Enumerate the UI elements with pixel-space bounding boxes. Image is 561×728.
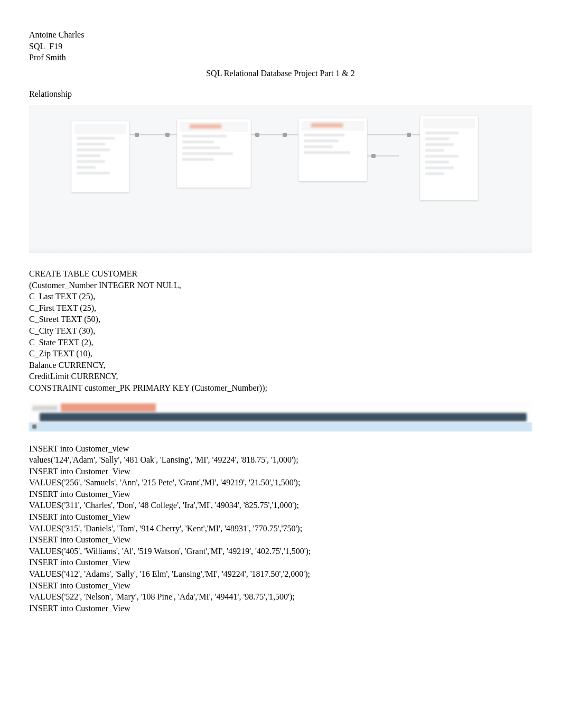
sql-line: VALUES('405', 'Williams', 'Al', '519 Wat…	[29, 546, 532, 557]
professor-name: Prof Smith	[29, 52, 532, 63]
sql-line: C_Last TEXT (25),	[29, 291, 532, 302]
entity-card	[71, 121, 129, 192]
sql-line: INSERT into Customer_View	[29, 580, 532, 592]
sql-create-block: CREATE TABLE CUSTOMER (Customer_Number I…	[29, 268, 532, 394]
entity-card	[298, 118, 367, 181]
sql-line: INSERT into Customer_View	[29, 534, 532, 546]
sql-line: VALUES('311', 'Charles', 'Don', '48 Coll…	[29, 500, 532, 511]
sql-line: INSERT into Customer_view	[29, 443, 532, 455]
document-title: SQL Relational Database Project Part 1 &…	[29, 68, 532, 79]
sql-line: CONSTRAINT customer_PK PRIMARY KEY (Cust…	[29, 382, 532, 394]
sql-line: INSERT into Customer_View	[29, 557, 532, 568]
author-name: Antoine Charles	[29, 29, 532, 41]
sql-line: INSERT into Customer_View	[29, 489, 532, 500]
sql-line: C_Zip TEXT (10),	[29, 348, 532, 360]
entity-card	[420, 116, 478, 200]
sql-line: VALUES('412', 'Adams', 'Sally', '16 Elm'…	[29, 568, 532, 580]
customer-table-preview	[29, 402, 532, 431]
sql-line: C_State TEXT (2),	[29, 337, 532, 348]
section-heading-relationship: Relationship	[29, 88, 532, 100]
sql-line: C_City TEXT (30),	[29, 325, 532, 337]
sql-line: VALUES('256', 'Samuels', 'Ann', '215 Pet…	[29, 477, 532, 489]
sql-line: INSERT into Customer_View	[29, 603, 532, 614]
document-header: Antoine Charles SQL_F19 Prof Smith	[29, 29, 532, 63]
sql-line: VALUES('315', 'Daniels', 'Tom', '914 Che…	[29, 523, 532, 535]
sql-line: C_First TEXT (25),	[29, 302, 532, 314]
sql-line: CreditLimit CURRENCY,	[29, 371, 532, 382]
sql-line: (Customer_Number INTEGER NOT NULL,	[29, 280, 532, 291]
sql-line: CREATE TABLE CUSTOMER	[29, 268, 532, 280]
sql-line: values('124','Adam', 'Sally', '481 Oak',…	[29, 454, 532, 466]
sql-line: INSERT into Customer_View	[29, 511, 532, 523]
sql-line: C_Street TEXT (50),	[29, 314, 532, 325]
course-code: SQL_F19	[29, 41, 532, 52]
sql-insert-block: INSERT into Customer_view values('124','…	[29, 443, 532, 614]
entity-card	[177, 119, 251, 188]
sql-line: VALUES('522', 'Nelson', 'Mary', '108 Pin…	[29, 591, 532, 603]
relationship-diagram	[29, 105, 532, 253]
sql-line: INSERT into Customer_View	[29, 466, 532, 477]
sql-line: Balance CURRENCY,	[29, 360, 532, 371]
